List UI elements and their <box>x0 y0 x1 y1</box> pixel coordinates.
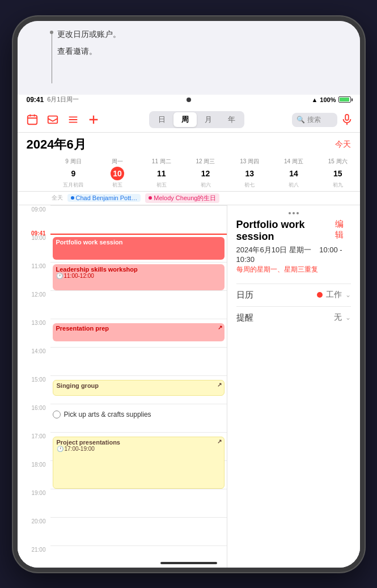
search-label: 搜索 <box>307 115 321 125</box>
detail-repeat: 每周的星期一、星期三重复 <box>236 265 351 274</box>
day-col-mon[interactable]: 周一 10 初五 <box>95 158 139 189</box>
time-line-14 <box>50 347 227 348</box>
battery-label: 100% <box>320 96 336 103</box>
device-frame: 更改日历或账户。 查看邀请。 09:41 6月1日周一 ▲ 100% <box>13 16 365 572</box>
screen: 09:41 6月1日周一 ▲ 100% <box>18 92 360 568</box>
search-box[interactable]: 🔍 搜索 <box>292 113 337 127</box>
time-label-16: 16:00 <box>18 404 50 411</box>
detail-edit-button[interactable]: 编辑 <box>335 219 350 240</box>
event-leadership[interactable]: Leadership skills workshop 🕐11:00-12:00 <box>53 264 224 290</box>
ellipsis-menu[interactable] <box>289 212 299 214</box>
day-name-fri: 14 周五 <box>284 158 303 166</box>
tab-week[interactable]: 周 <box>173 112 197 127</box>
time-label-21: 21:00 <box>18 545 50 553</box>
day-col-fri: 14 周五 14 初八 <box>272 158 316 189</box>
event-singing-arrow: ↗ <box>217 382 222 388</box>
time-label-12: 12:00 <box>18 290 50 298</box>
allday-label: 全天 <box>52 194 63 202</box>
event-singing-title: Singing group <box>57 382 221 389</box>
svg-rect-0 <box>27 116 37 125</box>
detail-reminder-value[interactable]: 无 ⌄ <box>334 312 351 323</box>
ellipsis-area <box>236 212 351 214</box>
month-header: 2024年6月 今天 <box>18 133 360 155</box>
day-col-wed: 12 周三 12 初六 <box>184 158 228 189</box>
time-row-21: 21:00 <box>18 545 227 568</box>
time-line-9 <box>50 205 227 206</box>
day-col-sat: 15 周六 15 初九 <box>316 158 360 189</box>
detail-calendar-row: 日历 工作 ⌄ <box>236 284 351 306</box>
time-line-11 <box>50 262 227 263</box>
detail-panel: Portfolio work session 编辑 2024年6月10日 星期一… <box>227 205 360 568</box>
time-label-11: 11:00 <box>18 262 50 269</box>
delete-button[interactable]: 删除日程 <box>317 567 351 568</box>
toolbar-right: 🔍 搜索 <box>292 113 353 127</box>
tab-day[interactable]: 日 <box>150 112 173 127</box>
home-indicator <box>160 562 217 564</box>
time-line-15 <box>50 375 227 376</box>
svg-rect-10 <box>345 115 349 120</box>
detail-date: 2024年6月10日 星期一 10:00 - 10:30 <box>236 245 351 264</box>
toolbar: 日 周 月 年 🔍 搜索 <box>18 108 360 133</box>
day-sub-sat: 初九 <box>333 181 343 189</box>
current-time-label: 09:41 <box>18 230 50 236</box>
status-right: ▲ 100% <box>311 96 350 103</box>
time-grid: 09:41 09:00 10:00 11:00 <box>18 205 227 568</box>
day-name-sat: 15 周六 <box>328 158 348 166</box>
detail-header: Portfolio work session 编辑 <box>236 219 351 243</box>
event-portfolio[interactable]: Portfolio work session <box>53 237 224 260</box>
status-date: 6月1日周一 <box>47 95 79 104</box>
detail-reminder-row: 提醒 无 ⌄ <box>236 306 351 329</box>
event-leadership-time: 🕐11:00-12:00 <box>56 273 221 279</box>
day-col-sun: 9 周日 9 五月初四 <box>52 158 96 189</box>
day-sub-wed: 初六 <box>201 181 211 189</box>
allday-event-1[interactable]: Chad Benjamin Pott… <box>67 194 141 202</box>
detail-title: Portfolio work session <box>236 219 336 243</box>
day-name-mon: 周一 <box>112 158 123 166</box>
event-leadership-title: Leadership skills workshop <box>56 266 221 273</box>
event-presentation[interactable]: Presentation prep ↗ <box>53 323 224 341</box>
current-time-line <box>50 234 227 235</box>
time-label-17: 17:00 <box>18 432 50 439</box>
detail-calendar-label: 日历 <box>236 290 253 301</box>
detail-reminder-text: 无 <box>334 312 342 323</box>
add-icon-btn[interactable] <box>86 112 101 128</box>
time-label-15: 15:00 <box>18 375 50 383</box>
calendar-icon-btn[interactable] <box>24 112 40 128</box>
mic-icon-btn[interactable] <box>341 113 353 126</box>
day-num-fri: 14 <box>287 167 300 180</box>
list-icon-btn[interactable] <box>65 112 81 128</box>
task-pickup[interactable]: Pick up arts & crafts supplies <box>53 408 224 421</box>
calendar-panel: 09:41 09:00 10:00 11:00 <box>18 205 227 568</box>
detail-footer: 删除日程 <box>317 567 351 568</box>
inbox-icon-btn[interactable] <box>45 112 61 128</box>
day-num-wed: 12 <box>199 167 213 180</box>
event-project[interactable]: Project presentations 🕐17:00-19:00 ↗ <box>53 437 224 489</box>
time-line-17 <box>50 432 227 433</box>
time-line-20 <box>50 517 227 518</box>
status-left: 09:41 6月1日周一 <box>27 95 79 104</box>
annotation-line <box>52 32 52 83</box>
month-title: 2024年6月 <box>27 136 86 153</box>
time-label-14: 14:00 <box>18 347 50 354</box>
day-num-tue: 11 <box>155 167 168 180</box>
day-name-wed: 12 周三 <box>196 158 215 166</box>
time-label-20: 20:00 <box>18 517 50 524</box>
detail-calendar-value[interactable]: 工作 ⌄ <box>317 290 351 300</box>
annotation-text2: 查看邀请。 <box>57 46 97 57</box>
time-line-21 <box>50 545 227 546</box>
time-row-9: 09:00 <box>18 205 227 234</box>
tab-year[interactable]: 年 <box>220 112 243 127</box>
event-singing[interactable]: Singing group ↗ <box>53 380 224 396</box>
day-sub-tue: 初五 <box>156 181 167 189</box>
day-num-thu: 13 <box>243 167 256 180</box>
today-button[interactable]: 今天 <box>335 139 351 150</box>
allday-event-2[interactable]: Melody Cheung的生日 <box>145 193 219 203</box>
time-line-16 <box>50 404 227 404</box>
tab-month[interactable]: 月 <box>197 112 220 127</box>
detail-calendar-name: 工作 <box>326 290 342 300</box>
battery-icon <box>338 96 351 103</box>
detail-calendar-chevron: ⌄ <box>345 291 351 299</box>
day-sub-thu: 初七 <box>244 181 255 189</box>
view-tabs: 日 周 月 年 <box>149 111 244 128</box>
time-line-12 <box>50 290 227 291</box>
